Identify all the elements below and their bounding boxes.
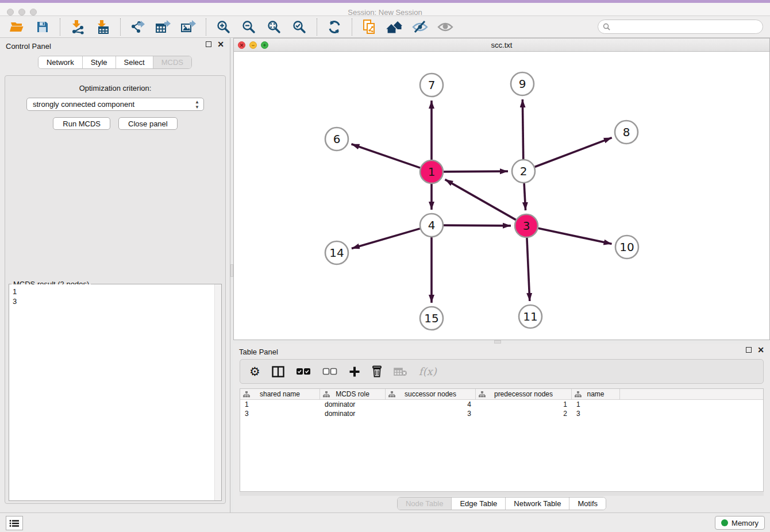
tab-node-table[interactable]: Node Table <box>398 498 452 510</box>
mcds-panel: Optimization criterion: strongly connect… <box>5 75 226 504</box>
graph-node-label: 4 <box>428 218 436 232</box>
column-header[interactable]: shared name <box>240 389 320 399</box>
control-panel: Control Panel ✕ Network Style Select MCD… <box>0 38 230 512</box>
graph-edge-1-2[interactable] <box>444 171 508 172</box>
criterion-dropdown[interactable]: strongly connected component ▲▼ <box>26 98 204 111</box>
graph-edge-2-9[interactable] <box>522 99 523 159</box>
graph-edge-4-3[interactable] <box>444 225 511 226</box>
control-panel-tabs: Network Style Select MCDS <box>38 56 192 69</box>
app-title: Session: New Session <box>0 8 770 17</box>
zoom-selected-icon[interactable] <box>291 18 308 36</box>
gear-icon[interactable]: ⚙ <box>249 364 260 380</box>
duplicate-network-icon[interactable] <box>361 18 378 36</box>
table-panel: Table Panel ✕ ⚙ f(x) shared nameMCDS rol… <box>233 344 770 512</box>
network-view-title: scc.txt <box>234 41 769 49</box>
column-header[interactable]: MCDS role <box>320 389 386 399</box>
chevron-updown-icon: ▲▼ <box>195 99 199 110</box>
mcds-result-text[interactable]: 1 3 <box>9 284 214 500</box>
close-panel-icon[interactable]: ✕ <box>217 41 224 47</box>
graph-node-label: 1 <box>428 165 436 179</box>
status-bar: Memory <box>0 512 770 532</box>
hierarchy-icon <box>388 391 395 398</box>
export-table-icon[interactable] <box>155 18 172 36</box>
network-canvas[interactable]: 1234678910111415 <box>234 52 769 340</box>
function-icon[interactable]: f(x) <box>419 364 437 380</box>
table-row[interactable]: 1dominator411 <box>240 400 763 409</box>
graph-node-label: 14 <box>329 246 344 260</box>
graph-node-label: 6 <box>333 132 341 146</box>
deselect-all-icon[interactable] <box>322 364 337 380</box>
graph-edge-4-14[interactable] <box>352 229 420 249</box>
column-header[interactable]: successor nodes <box>386 389 476 399</box>
graph-edge-1-6[interactable] <box>352 144 421 168</box>
memory-label: Memory <box>732 519 759 527</box>
optimization-criterion-label: Optimization criterion: <box>5 84 225 92</box>
zoom-in-icon[interactable] <box>215 18 232 36</box>
float-panel-icon[interactable] <box>206 41 211 47</box>
main-toolbar <box>0 16 770 38</box>
table-cell[interactable]: 1 <box>240 400 320 409</box>
graph-edge-2-3[interactable] <box>524 183 525 210</box>
tab-network[interactable]: Network <box>38 56 82 68</box>
result-scrollbar[interactable] <box>214 284 221 500</box>
refresh-icon[interactable] <box>326 18 343 36</box>
graph-node-label: 2 <box>520 164 528 178</box>
tab-edge-table[interactable]: Edge Table <box>451 498 505 510</box>
column-header[interactable]: predecessor nodes <box>476 389 572 399</box>
network-window-titlebar[interactable]: ✕ − + scc.txt <box>234 38 769 52</box>
list-icon <box>9 519 20 527</box>
table-cell[interactable]: 1 <box>476 400 572 409</box>
graph-edge-2-8[interactable] <box>535 138 612 167</box>
table-hscrollbar[interactable] <box>240 492 764 496</box>
table-cell[interactable]: 1 <box>572 400 620 409</box>
close-table-panel-icon[interactable]: ✕ <box>757 347 764 353</box>
search-field[interactable] <box>598 20 763 34</box>
network-graph[interactable]: 1234678910111415 <box>234 52 769 340</box>
graph-node-label: 8 <box>623 125 630 139</box>
import-network-icon[interactable] <box>69 18 86 36</box>
close-panel-button[interactable]: Close panel <box>118 117 178 130</box>
run-mcds-button[interactable]: Run MCDS <box>53 117 110 130</box>
tab-network-table[interactable]: Network Table <box>505 498 569 510</box>
zoom-out-icon[interactable] <box>240 18 257 36</box>
float-table-panel-icon[interactable] <box>746 347 752 353</box>
tab-motifs[interactable]: Motifs <box>569 498 606 510</box>
node-table[interactable]: shared nameMCDS rolesuccessor nodesprede… <box>240 388 764 492</box>
table-cell[interactable]: 2 <box>476 409 572 418</box>
graph-node-label: 7 <box>428 78 436 92</box>
tab-select[interactable]: Select <box>116 56 153 68</box>
import-table-icon[interactable] <box>94 18 111 36</box>
zoom-fit-icon[interactable] <box>265 18 283 36</box>
graph-edge-3-1[interactable] <box>445 179 515 219</box>
mcds-result-box: MCDS result (2 nodes) 1 3 <box>9 284 222 501</box>
delete-table-icon[interactable] <box>394 364 407 380</box>
houses-icon[interactable] <box>386 18 403 36</box>
table-cell[interactable]: dominator <box>320 400 386 409</box>
column-header[interactable]: name <box>572 389 620 399</box>
export-image-icon[interactable] <box>180 18 197 36</box>
table-cell[interactable]: 4 <box>386 400 476 409</box>
select-all-icon[interactable] <box>296 364 311 380</box>
search-input[interactable] <box>613 22 758 31</box>
table-row[interactable]: 3dominator323 <box>240 409 763 418</box>
add-column-icon[interactable] <box>349 364 360 380</box>
eye-icon[interactable] <box>437 18 454 36</box>
eye-slash-icon[interactable] <box>411 18 429 36</box>
graph-edge-3-10[interactable] <box>538 228 612 244</box>
table-cell[interactable]: 3 <box>386 409 476 418</box>
memory-button[interactable]: Memory <box>715 516 765 530</box>
task-list-button[interactable] <box>6 516 23 530</box>
table-cell[interactable]: 3 <box>572 409 620 418</box>
export-network-icon[interactable] <box>129 18 147 36</box>
open-folder-icon[interactable] <box>9 18 26 36</box>
save-icon[interactable] <box>34 18 51 36</box>
graph-edge-3-11[interactable] <box>527 238 530 301</box>
columns-icon[interactable] <box>272 364 284 380</box>
control-panel-title: Control Panel <box>6 42 51 51</box>
tab-style[interactable]: Style <box>82 56 116 68</box>
table-cell[interactable]: 3 <box>240 409 320 418</box>
tab-mcds[interactable]: MCDS <box>153 56 191 68</box>
graph-node-label: 3 <box>523 219 530 233</box>
delete-icon[interactable] <box>372 364 382 380</box>
table-cell[interactable]: dominator <box>320 409 386 418</box>
